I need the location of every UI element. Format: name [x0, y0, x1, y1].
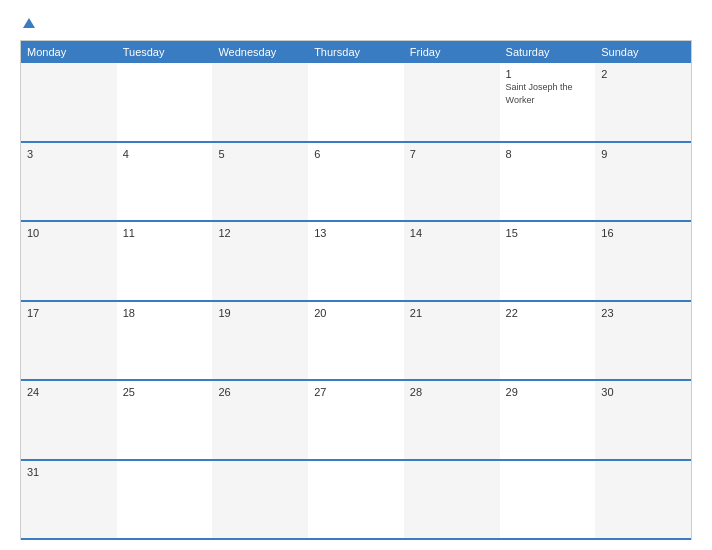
day-number: 29	[506, 386, 590, 398]
day-cell: 28	[404, 381, 500, 459]
day-cell: 16	[595, 222, 691, 300]
day-number: 7	[410, 148, 494, 160]
day-cell: 27	[308, 381, 404, 459]
day-cell: 24	[21, 381, 117, 459]
day-number: 28	[410, 386, 494, 398]
day-header-thursday: Thursday	[308, 41, 404, 63]
day-number: 13	[314, 227, 398, 239]
day-number: 5	[218, 148, 302, 160]
day-cell: 19	[212, 302, 308, 380]
day-cell: 2	[595, 63, 691, 141]
calendar-grid: MondayTuesdayWednesdayThursdayFridaySatu…	[20, 40, 692, 540]
day-number: 15	[506, 227, 590, 239]
day-header-saturday: Saturday	[500, 41, 596, 63]
day-cell: 30	[595, 381, 691, 459]
day-number: 10	[27, 227, 111, 239]
day-cell: 29	[500, 381, 596, 459]
week-row-4: 17181920212223	[21, 302, 691, 382]
day-cell: 17	[21, 302, 117, 380]
day-cell: 14	[404, 222, 500, 300]
day-cell: 22	[500, 302, 596, 380]
day-cell: 21	[404, 302, 500, 380]
week-row-1: 1Saint Joseph the Worker2	[21, 63, 691, 143]
day-cell: 11	[117, 222, 213, 300]
day-cell: 6	[308, 143, 404, 221]
header	[20, 18, 692, 30]
day-cell	[404, 63, 500, 141]
day-number: 9	[601, 148, 685, 160]
logo-blue-text	[20, 18, 35, 30]
day-cell: 25	[117, 381, 213, 459]
logo	[20, 18, 35, 30]
day-cell: 4	[117, 143, 213, 221]
day-number: 22	[506, 307, 590, 319]
day-cell: 20	[308, 302, 404, 380]
day-number: 3	[27, 148, 111, 160]
day-cell	[117, 63, 213, 141]
day-number: 1	[506, 68, 590, 80]
day-cell: 10	[21, 222, 117, 300]
day-number: 27	[314, 386, 398, 398]
day-number: 8	[506, 148, 590, 160]
day-number: 25	[123, 386, 207, 398]
day-number: 11	[123, 227, 207, 239]
holiday-label: Saint Joseph the Worker	[506, 82, 573, 105]
day-cell	[212, 63, 308, 141]
day-number: 31	[27, 466, 111, 478]
day-number: 30	[601, 386, 685, 398]
day-cell: 8	[500, 143, 596, 221]
day-cell: 9	[595, 143, 691, 221]
day-number: 21	[410, 307, 494, 319]
day-cell	[117, 461, 213, 539]
day-header-sunday: Sunday	[595, 41, 691, 63]
day-cell	[500, 461, 596, 539]
day-cell: 7	[404, 143, 500, 221]
day-cell: 5	[212, 143, 308, 221]
day-headers-row: MondayTuesdayWednesdayThursdayFridaySatu…	[21, 41, 691, 63]
day-cell	[21, 63, 117, 141]
day-number: 6	[314, 148, 398, 160]
day-number: 12	[218, 227, 302, 239]
calendar-page: MondayTuesdayWednesdayThursdayFridaySatu…	[0, 0, 712, 550]
day-number: 20	[314, 307, 398, 319]
day-cell: 31	[21, 461, 117, 539]
day-cell: 12	[212, 222, 308, 300]
day-number: 19	[218, 307, 302, 319]
day-number: 18	[123, 307, 207, 319]
day-number: 26	[218, 386, 302, 398]
day-number: 2	[601, 68, 685, 80]
day-header-friday: Friday	[404, 41, 500, 63]
day-cell: 23	[595, 302, 691, 380]
week-row-3: 10111213141516	[21, 222, 691, 302]
day-cell: 26	[212, 381, 308, 459]
day-number: 23	[601, 307, 685, 319]
day-number: 17	[27, 307, 111, 319]
logo-triangle-icon	[23, 18, 35, 28]
day-number: 14	[410, 227, 494, 239]
day-header-monday: Monday	[21, 41, 117, 63]
day-number: 16	[601, 227, 685, 239]
day-header-tuesday: Tuesday	[117, 41, 213, 63]
day-header-wednesday: Wednesday	[212, 41, 308, 63]
day-cell: 3	[21, 143, 117, 221]
day-cell: 18	[117, 302, 213, 380]
day-cell	[595, 461, 691, 539]
day-cell	[308, 63, 404, 141]
day-cell: 1Saint Joseph the Worker	[500, 63, 596, 141]
day-number: 4	[123, 148, 207, 160]
day-cell	[212, 461, 308, 539]
day-cell: 13	[308, 222, 404, 300]
day-cell	[404, 461, 500, 539]
week-row-5: 24252627282930	[21, 381, 691, 461]
day-cell: 15	[500, 222, 596, 300]
week-row-6: 31	[21, 461, 691, 541]
day-cell	[308, 461, 404, 539]
week-row-2: 3456789	[21, 143, 691, 223]
day-number: 24	[27, 386, 111, 398]
